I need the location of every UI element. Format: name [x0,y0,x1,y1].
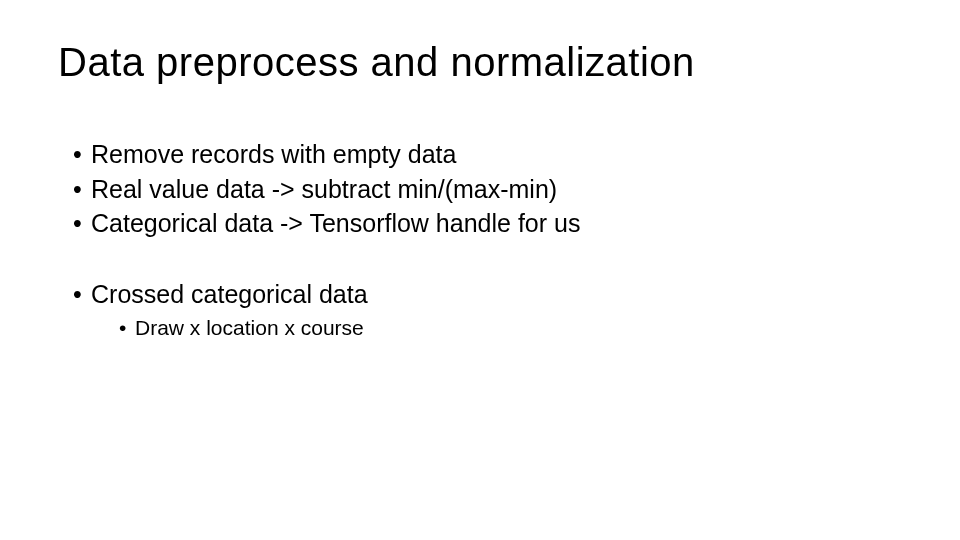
list-item: Real value data -> subtract min/(max-min… [73,172,902,207]
list-item: Remove records with empty data [73,137,902,172]
bullet-list-bottom: Crossed categorical data Draw x location… [73,277,902,344]
slide-content: Remove records with empty data Real valu… [58,137,902,343]
sub-bullet-list: Draw x location x course [91,313,902,343]
slide: Data preprocess and normalization Remove… [0,0,960,540]
slide-title: Data preprocess and normalization [58,40,902,85]
list-item-label: Crossed categorical data [91,280,368,308]
sub-list-item: Draw x location x course [119,313,902,343]
spacer [73,241,902,277]
list-item: Categorical data -> Tensorflow handle fo… [73,206,902,241]
bullet-list-top: Remove records with empty data Real valu… [73,137,902,241]
list-item: Crossed categorical data Draw x location… [73,277,902,344]
